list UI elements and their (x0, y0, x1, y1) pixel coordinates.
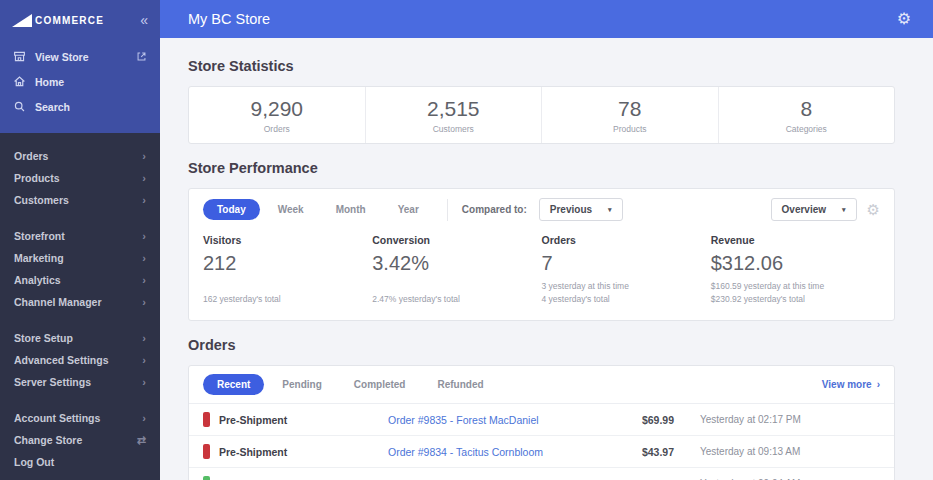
metric-subtext: $230.92 yesterday's total (711, 293, 870, 306)
order-amount: $69.99 (604, 414, 674, 426)
sidebar-item-log-out[interactable]: Log Out (0, 451, 160, 473)
sidebar-item-orders[interactable]: Orders › (0, 145, 160, 167)
sidebar-item-label: Storefront (14, 230, 65, 242)
sidebar-item-account-settings[interactable]: Account Settings › (0, 407, 160, 429)
performance-toolbar: Today Week Month Year Compared to: Previ… (189, 189, 894, 230)
dashboard-content: Store Statistics 9,290 Orders 2,515 Cust… (160, 38, 933, 480)
chevron-right-icon: › (142, 377, 146, 388)
stat-label: Products (613, 124, 647, 134)
chevron-right-icon: › (142, 253, 146, 264)
order-link[interactable]: Order #9835 - Forest MacDaniel (388, 414, 604, 426)
sidebar-item-marketing[interactable]: Marketing › (0, 247, 160, 269)
sidebar-item-customers[interactable]: Customers › (0, 189, 160, 211)
chevron-right-icon: › (142, 413, 146, 424)
sidebar-item-server-settings[interactable]: Server Settings › (0, 371, 160, 393)
stat-value: 78 (618, 97, 641, 121)
performance-gear-icon[interactable]: ⚙ (867, 202, 880, 217)
status-badge (203, 412, 210, 427)
metric-subtext: 162 yesterday's total (203, 293, 362, 306)
orders-heading: Orders (188, 337, 895, 353)
settings-gear-icon[interactable]: ⚙ (897, 11, 911, 27)
sidebar-item-storefront[interactable]: Storefront › (0, 225, 160, 247)
sidebar-item-label: Analytics (14, 274, 61, 286)
store-statistics-card: 9,290 Orders 2,515 Customers 78 Products… (188, 86, 895, 144)
performance-metrics: Visitors 212 162 yesterday's total Conve… (189, 230, 894, 320)
chevron-right-icon: › (142, 231, 146, 242)
sidebar-item-label: Marketing (14, 252, 64, 264)
order-time: Yesterday at 09:13 AM (700, 446, 880, 457)
tab-pending[interactable]: Pending (268, 374, 335, 395)
sidebar-item-label: Home (35, 76, 64, 88)
sidebar-item-view-store[interactable]: View Store (0, 44, 160, 69)
metric-value: 3.42% (372, 252, 531, 275)
stat-label: Categories (786, 124, 827, 134)
sidebar-item-label: Products (14, 172, 60, 184)
store-performance-card: Today Week Month Year Compared to: Previ… (188, 188, 895, 321)
status-badge (203, 444, 210, 459)
order-row: Completed Order #9833 - Robert Robertson… (189, 468, 894, 480)
compared-to-label: Compared to: (462, 204, 527, 215)
chevron-right-icon: › (142, 333, 146, 344)
sidebar-menu: Orders › Products › Customers › Storefro… (0, 133, 160, 480)
sidebar-item-label: Advanced Settings (14, 354, 109, 366)
logo-text: COMMERCE (35, 15, 104, 26)
chevron-right-icon: › (142, 297, 146, 308)
view-more-link[interactable]: View more › (822, 379, 880, 390)
stat-label: Orders (264, 124, 290, 134)
sidebar-item-products[interactable]: Products › (0, 167, 160, 189)
compared-to-select[interactable]: Previous ▾ (539, 198, 623, 221)
stat-categories: 8 Categories (719, 87, 895, 143)
sidebar-top-section: COMMERCE « View Store Home (0, 0, 160, 133)
sidebar-collapse-icon[interactable]: « (140, 13, 148, 27)
tab-refunded[interactable]: Refunded (423, 374, 497, 395)
sidebar-item-store-setup[interactable]: Store Setup › (0, 327, 160, 349)
tab-month[interactable]: Month (322, 199, 380, 220)
metric-orders: Orders 7 3 yesterday at this time 4 yest… (542, 234, 711, 306)
sidebar-item-analytics[interactable]: Analytics › (0, 269, 160, 291)
chevron-right-icon: › (142, 151, 146, 162)
sidebar-item-home[interactable]: Home (0, 69, 160, 94)
sidebar-item-change-store[interactable]: Change Store ⇄ (0, 429, 160, 451)
bigcommerce-sail-icon (12, 14, 32, 27)
swap-icon: ⇄ (137, 435, 146, 446)
caret-down-icon: ▾ (608, 206, 612, 214)
sidebar-item-label: Account Settings (14, 412, 100, 424)
chevron-right-icon: › (142, 195, 146, 206)
orders-toolbar: Recent Pending Completed Refunded View m… (189, 366, 894, 404)
sidebar-item-label: Log Out (14, 456, 54, 468)
tab-week[interactable]: Week (264, 199, 318, 220)
chevron-right-icon: › (142, 355, 146, 366)
order-link[interactable]: Order #9834 - Tacitus Cornbloom (388, 446, 604, 458)
order-status: Pre-Shipment (219, 446, 287, 458)
sidebar-item-label: Channel Manager (14, 296, 102, 308)
metric-subtext: 4 yesterday's total (542, 293, 701, 306)
stat-value: 9,290 (250, 97, 303, 121)
sidebar-item-search[interactable]: Search (0, 94, 160, 119)
metric-label: Conversion (372, 234, 531, 246)
chevron-right-icon: › (142, 275, 146, 286)
metric-label: Visitors (203, 234, 362, 246)
tab-year[interactable]: Year (384, 199, 433, 220)
main-area: My BC Store ⚙ Store Statistics 9,290 Ord… (160, 0, 933, 480)
tab-today[interactable]: Today (203, 199, 260, 220)
metric-conversion: Conversion 3.42% 2.47% yesterday's total (372, 234, 541, 306)
order-status: Pre-Shipment (219, 414, 287, 426)
stat-label: Customers (433, 124, 474, 134)
external-link-icon (136, 51, 147, 62)
metric-subtext: 2.47% yesterday's total (372, 293, 531, 306)
tab-recent[interactable]: Recent (203, 374, 264, 395)
metric-subtext: $160.59 yesterday at this time (711, 280, 870, 293)
sidebar-item-label: View Store (35, 51, 89, 63)
overview-select[interactable]: Overview ▾ (771, 198, 857, 221)
storefront-icon (13, 50, 26, 63)
compared-to-value: Previous (550, 204, 592, 215)
metric-value: 7 (542, 252, 701, 275)
tab-completed[interactable]: Completed (340, 374, 420, 395)
sidebar-item-advanced-settings[interactable]: Advanced Settings › (0, 349, 160, 371)
store-performance-heading: Store Performance (188, 160, 895, 176)
chevron-right-icon: › (877, 379, 880, 390)
search-icon (13, 100, 26, 113)
metric-visitors: Visitors 212 162 yesterday's total (203, 234, 372, 306)
stat-value: 2,515 (427, 97, 480, 121)
sidebar-item-channel-manager[interactable]: Channel Manager › (0, 291, 160, 313)
